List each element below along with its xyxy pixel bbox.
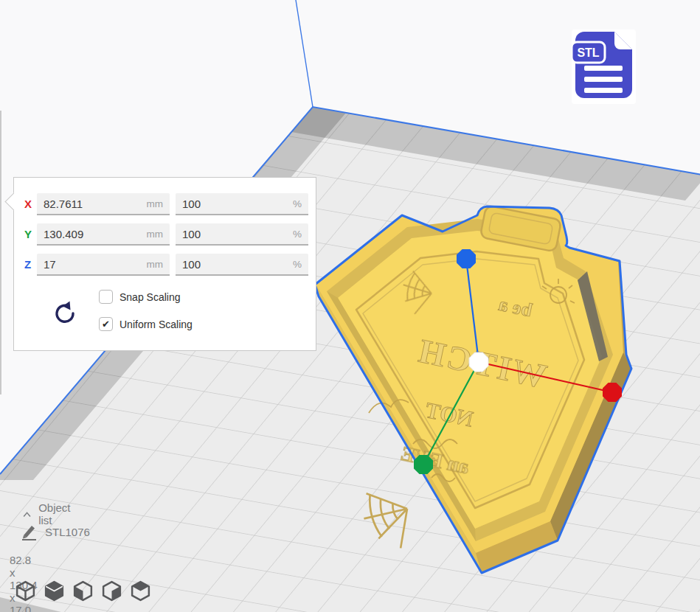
chevron-up-icon	[22, 510, 32, 519]
uniform-scaling-checkbox[interactable]: ✔ Uniform Scaling	[99, 317, 193, 331]
build-volume-vertical-edge	[296, 0, 313, 107]
z-percent-input[interactable]: 100 %	[176, 254, 308, 276]
scale-tool-panel: X 82.7611 mm 100 % Y 130.409 mm 100 % Z …	[13, 177, 316, 351]
stl-file-icon: STL	[572, 29, 636, 104]
gizmo-x-scale-handle[interactable]	[603, 383, 622, 402]
axis-x-label: X	[24, 198, 32, 210]
axis-y-label: Y	[24, 228, 32, 240]
cube-left-icon	[100, 579, 123, 603]
z-size-input[interactable]: 17 mm	[37, 254, 170, 276]
y-size-input[interactable]: 130.409 mm	[37, 223, 170, 246]
object-list-item[interactable]: STL1076	[21, 524, 90, 540]
object-list-header[interactable]: Object list	[22, 501, 74, 526]
cube-right-icon	[129, 579, 152, 603]
snap-scaling-checkbox[interactable]: Snap Scaling	[99, 290, 181, 304]
scale-row-x: X 82.7611 mm 100 %	[14, 193, 316, 215]
cube-3d-icon	[14, 579, 37, 603]
view-left-button[interactable]	[100, 579, 123, 603]
left-toolbar-edge	[0, 111, 1, 394]
stl-file-badge: STL	[572, 29, 636, 104]
stl-label: STL	[577, 46, 599, 59]
view-top-button[interactable]	[72, 579, 94, 603]
view-front-button[interactable]	[43, 579, 66, 603]
checkbox-unchecked-icon	[99, 290, 113, 304]
scale-row-y: Y 130.409 mm 100 %	[14, 223, 316, 246]
cube-front-icon	[43, 579, 66, 603]
gizmo-uniform-scale-handle[interactable]	[469, 352, 488, 372]
view-3d-button[interactable]	[14, 579, 37, 603]
scale-row-z: Z 17 mm 100 %	[14, 254, 316, 276]
pencil-icon	[21, 524, 38, 540]
gizmo-z-scale-handle[interactable]	[457, 249, 476, 268]
checkbox-checked-icon: ✔	[99, 317, 113, 331]
gizmo-y-scale-handle[interactable]	[414, 455, 433, 474]
view-orientation-toolbar	[14, 579, 152, 603]
view-right-button[interactable]	[129, 579, 152, 603]
x-size-input[interactable]: 82.7611 mm	[37, 193, 170, 215]
axis-z-label: Z	[24, 258, 31, 271]
reset-scale-button[interactable]	[51, 300, 76, 327]
y-percent-input[interactable]: 100 %	[176, 223, 308, 246]
cube-top-icon	[72, 579, 94, 603]
x-percent-input[interactable]: 100 %	[176, 193, 308, 215]
reset-rotate-icon	[51, 300, 76, 327]
